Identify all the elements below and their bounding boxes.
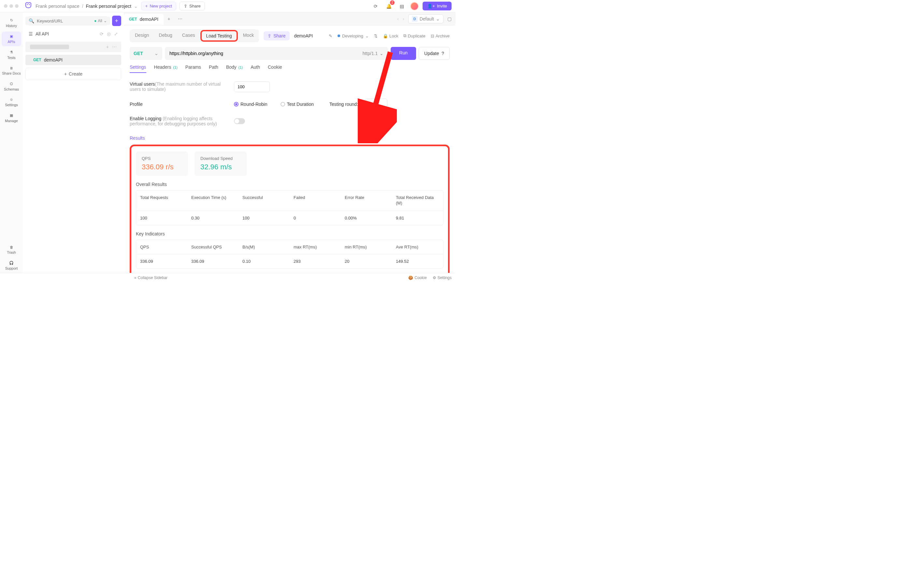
reqtab-body[interactable]: Body (1) [226, 64, 243, 73]
new-project-button[interactable]: + New project [141, 1, 176, 10]
rail-manage-label: Manage [5, 119, 18, 123]
tab-add[interactable]: + [164, 16, 174, 21]
testing-round-input[interactable] [364, 99, 387, 109]
settings-label: Settings [438, 275, 452, 280]
url-input[interactable] [170, 47, 359, 60]
reqtab-settings[interactable]: Settings [130, 64, 146, 73]
reqtab-headers[interactable]: Headers (1) [154, 64, 178, 73]
notifications-icon[interactable]: 🔔2 [384, 1, 393, 11]
subtab-design[interactable]: Design [130, 30, 154, 42]
reqtab-cookie[interactable]: Cookie [268, 64, 282, 73]
tab-more[interactable]: ⋯ [174, 16, 186, 21]
duplicate-button[interactable]: ⧉Duplicate [404, 33, 425, 39]
rail-support[interactable]: 🎧Support [2, 258, 21, 273]
rail-schemas[interactable]: ⌬Schemas [2, 79, 21, 94]
rail-schemas-label: Schemas [4, 87, 19, 91]
environment-selector[interactable]: D Default ⌄ [408, 14, 443, 24]
tests-icon: ⚗ [10, 50, 13, 54]
invite-button[interactable]: 👤+ Invite [423, 1, 452, 10]
archive-icon: ⊟ [431, 34, 434, 39]
docs-icon[interactable]: ▤ [397, 1, 406, 11]
rail-settings[interactable]: ⛭Settings [2, 95, 21, 109]
subtabs: Design Debug Cases Load Testing Mock ⇪ S… [130, 29, 450, 42]
reqtab-params[interactable]: Params [185, 64, 201, 73]
share-endpoint-button[interactable]: ⇪ Share [264, 31, 290, 40]
breadcrumb-space[interactable]: Frank personal space [36, 4, 80, 9]
protocol-select[interactable]: http/1.1⌄ [359, 51, 384, 56]
folder-row[interactable]: + ⋯ [26, 42, 121, 52]
subtab-load-testing[interactable]: Load Testing [200, 30, 238, 42]
search-input[interactable] [37, 19, 92, 24]
radio-test-duration[interactable]: Test Duration [280, 102, 314, 107]
breadcrumb-project[interactable]: Frank personal project [86, 4, 131, 9]
zoom-dot[interactable] [15, 4, 19, 8]
refresh-icon[interactable]: ⟳ [100, 31, 104, 36]
lock-icon: 🔒 [383, 34, 388, 39]
search-filter-label: All [98, 19, 102, 23]
svg-point-0 [27, 4, 28, 5]
all-api-row[interactable]: ☰ All API ⟳ ◎ ⤢ [26, 28, 121, 39]
close-dot[interactable] [4, 4, 8, 8]
lock-button[interactable]: 🔒Lock [383, 34, 398, 39]
archive-button[interactable]: ⊟Archive [431, 34, 450, 39]
chevron-down-icon[interactable]: ⌄ [134, 4, 138, 9]
method-select[interactable]: GET ⌄ [130, 47, 162, 60]
cookie-button[interactable]: 🍪Cookie [408, 275, 426, 280]
collapse-sidebar-button[interactable]: « Collapse Sidebar [134, 275, 168, 280]
more-icon[interactable]: ⋯ [112, 44, 117, 49]
share-button[interactable]: ⇪ Share [180, 1, 205, 10]
env-badge: D [412, 16, 418, 22]
share-icon: ⇪ [184, 4, 188, 9]
enable-logging-label: Enable Logging (Enabling logging affects… [130, 116, 227, 126]
subtab-debug[interactable]: Debug [154, 30, 177, 42]
api-list-item[interactable]: GET demoAPI [26, 55, 121, 65]
minimize-dot[interactable] [9, 4, 13, 8]
search-filter-all[interactable]: ●All ⌄ [94, 19, 107, 23]
qps-card-value: 336.09 r/s [142, 163, 182, 171]
sync-icon[interactable]: ⟳ [371, 1, 380, 11]
subtab-mock[interactable]: Mock [238, 30, 258, 42]
search-input-wrapper[interactable]: 🔍 ●All ⌄ [26, 16, 110, 25]
api-method: GET [33, 58, 41, 62]
virtual-users-input[interactable] [234, 81, 270, 92]
rail-tests-label: Tests [7, 56, 16, 60]
env-name: Default [420, 16, 434, 21]
share-label: Share [189, 4, 201, 9]
edit-icon[interactable]: ✎ [329, 34, 332, 39]
nav-back-icon[interactable]: ‹ [397, 16, 399, 21]
rail-trash[interactable]: 🗑Trash [2, 242, 21, 257]
rail-history[interactable]: ↻History [2, 16, 21, 30]
reqtab-auth[interactable]: Auth [250, 64, 260, 73]
radio-round-robin[interactable]: Round-Robin [234, 102, 267, 107]
cookie-icon: 🍪 [408, 275, 413, 280]
expand-icon[interactable]: ⤢ [114, 31, 118, 36]
status-developing[interactable]: Developing⌄ [338, 34, 369, 39]
subtab-cases[interactable]: Cases [178, 30, 200, 42]
avatar[interactable] [410, 2, 418, 10]
nav-forward-icon[interactable]: › [403, 16, 404, 21]
enable-logging-toggle[interactable] [234, 118, 245, 124]
plus-icon[interactable]: + [106, 44, 109, 49]
create-button[interactable]: + Create [26, 68, 121, 80]
th-max-rt: max RT(ms) [290, 240, 341, 254]
run-button[interactable]: Run [391, 47, 416, 60]
target-icon[interactable]: ◎ [107, 31, 111, 36]
tab-demoapi[interactable]: GET demoAPI [124, 14, 164, 25]
rail-apis[interactable]: ▣APIs [2, 31, 21, 46]
sort-icon[interactable]: ⇅ [374, 34, 378, 39]
rail-share-docs[interactable]: 🗎Share Docs [2, 63, 21, 78]
chevron-down-icon: ⌄ [154, 51, 158, 56]
apis-icon: ▣ [10, 34, 13, 39]
headers-count: (1) [173, 66, 177, 69]
reqtab-path[interactable]: Path [209, 64, 218, 73]
update-button[interactable]: Update ? [418, 47, 450, 60]
api-name: demoAPI [44, 57, 63, 63]
add-button[interactable]: + [112, 16, 121, 26]
rail-tests[interactable]: ⚗Tests [2, 48, 21, 62]
rail-trash-label: Trash [7, 250, 16, 254]
settings-button[interactable]: ⚙Settings [433, 275, 452, 280]
panel-toggle-icon[interactable]: ▢ [447, 16, 452, 21]
rail-manage[interactable]: ▦Manage [2, 111, 21, 126]
tree-icon: ☰ [28, 31, 33, 36]
support-icon: 🎧 [9, 261, 14, 265]
